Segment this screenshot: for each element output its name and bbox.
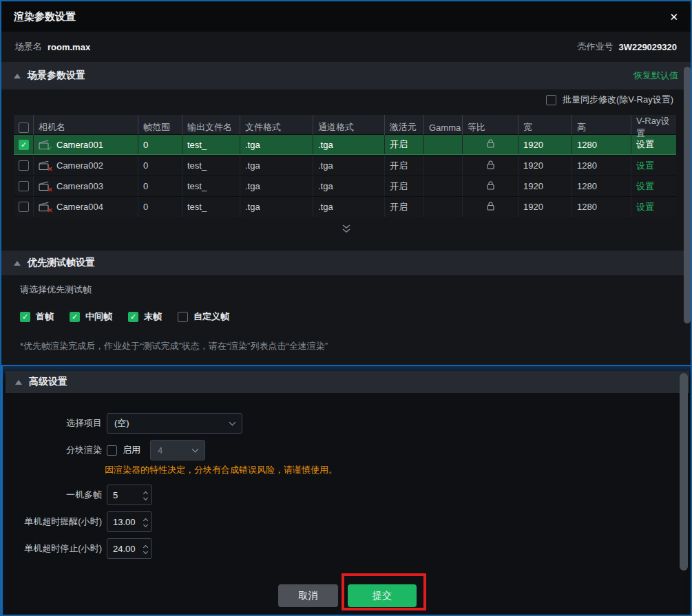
table-row-camera003[interactable]: Camera0030test_.tga.tga开启19201280设置 bbox=[14, 176, 676, 196]
timeout-stop-input[interactable]: 24.00 bbox=[107, 538, 152, 559]
row-checkbox[interactable] bbox=[19, 160, 29, 171]
row-checkbox[interactable] bbox=[19, 181, 29, 191]
option-first-frame: 首帧 bbox=[20, 310, 54, 323]
vray-settings-link[interactable]: 设置 bbox=[631, 156, 676, 176]
timeout-stop-label: 单机超时停止(小时) bbox=[3, 538, 102, 559]
last-frame-checkbox[interactable] bbox=[128, 312, 138, 322]
camera-icon bbox=[39, 181, 51, 191]
cell-frame-range: 0 bbox=[138, 156, 182, 176]
cell-active-element: 开启 bbox=[384, 156, 423, 176]
cell-width: 1920 bbox=[518, 156, 572, 176]
table-row-camera001[interactable]: Camera0010test_.tga.tga开启19201280设置 bbox=[14, 134, 676, 155]
camera-name: Camera002 bbox=[56, 160, 103, 171]
row-checkbox[interactable] bbox=[19, 140, 29, 150]
row-checkbox[interactable] bbox=[19, 202, 29, 212]
batch-sync-label: 批量同步修改(除V-Ray设置) bbox=[563, 94, 673, 106]
table-row-camera002[interactable]: Camera0020test_.tga.tga开启19201280设置 bbox=[14, 155, 676, 176]
stepper-down-icon[interactable] bbox=[143, 496, 147, 500]
cell-frame-range: 0 bbox=[138, 176, 182, 196]
first-frame-checkbox[interactable] bbox=[20, 312, 30, 322]
main-scrollbar-thumb[interactable] bbox=[684, 67, 691, 323]
cell-height: 1280 bbox=[572, 135, 631, 154]
option-custom-frame: 自定义帧 bbox=[178, 310, 229, 323]
cell-channel-format: .tga bbox=[313, 197, 384, 217]
scene-info-bar: 场景名 room.max 壳作业号 3W229029320 bbox=[1, 32, 691, 62]
cell-channel-format: .tga bbox=[313, 156, 384, 176]
option-last-frame: 末帧 bbox=[128, 310, 162, 323]
timeout-remind-input[interactable]: 13.00 bbox=[107, 511, 152, 532]
cell-file-format: .tga bbox=[240, 135, 313, 154]
collapse-triangle-icon bbox=[14, 74, 21, 78]
frames-per-machine-value: 5 bbox=[107, 490, 139, 500]
cell-output-name: test_ bbox=[182, 176, 240, 196]
cell-channel-format: .tga bbox=[313, 176, 384, 196]
test-frame-options: 首帧 中间帧 末帧 自定义帧 bbox=[20, 310, 229, 323]
cell-height: 1280 bbox=[572, 197, 631, 217]
vray-settings-link[interactable]: 设置 bbox=[631, 135, 676, 154]
project-select[interactable]: (空) bbox=[107, 413, 242, 434]
expand-more-button[interactable] bbox=[1, 223, 691, 237]
timeout-remind-value: 13.00 bbox=[107, 517, 139, 527]
section-header-test-frames[interactable]: 优先测试帧设置 bbox=[1, 251, 691, 275]
table-row-camera004[interactable]: Camera0040test_.tga.tga开启19201280设置 bbox=[14, 196, 676, 217]
camera-status-badge bbox=[48, 166, 53, 173]
cell-file-format: .tga bbox=[240, 156, 313, 176]
cell-frame-range: 0 bbox=[138, 197, 182, 217]
scene-name-value: room.max bbox=[48, 42, 90, 52]
custom-frame-checkbox[interactable] bbox=[178, 312, 188, 322]
dialog-button-row: 取消 提交 bbox=[3, 584, 692, 607]
frames-per-machine-label: 一机多帧 bbox=[3, 485, 102, 505]
cell-file-format: .tga bbox=[240, 197, 313, 217]
camera-status-badge bbox=[48, 145, 53, 152]
section-header-scene-params[interactable]: 场景参数设置 恢复默认值 bbox=[1, 62, 691, 89]
timeout-remind-label: 单机超时提醒(小时) bbox=[3, 511, 102, 532]
vray-settings-link[interactable]: 设置 bbox=[631, 197, 676, 217]
tile-render-warning: 因渲染器的特性决定，分块有合成错误风险，请谨慎使用。 bbox=[105, 464, 337, 476]
ratio-lock-icon[interactable] bbox=[487, 139, 494, 150]
advanced-panel-scrollbar-thumb[interactable] bbox=[680, 373, 688, 571]
ratio-lock-icon[interactable] bbox=[487, 202, 494, 213]
option-middle-frame: 中间帧 bbox=[70, 310, 112, 323]
camera-status-badge bbox=[48, 187, 53, 193]
middle-frame-checkbox[interactable] bbox=[70, 312, 80, 322]
cell-width: 1920 bbox=[518, 176, 572, 196]
close-icon[interactable]: ✕ bbox=[669, 12, 678, 22]
select-all-checkbox[interactable] bbox=[19, 123, 29, 133]
section-title-scene-params: 场景参数设置 bbox=[28, 70, 85, 82]
project-select-value: (空) bbox=[114, 417, 129, 429]
section-title-test-frames: 优先测试帧设置 bbox=[28, 257, 95, 269]
tile-count-value: 4 bbox=[158, 445, 162, 456]
restore-defaults-link[interactable]: 恢复默认值 bbox=[633, 70, 678, 82]
chevron-down-icon bbox=[192, 446, 199, 453]
section-header-advanced[interactable]: 高级设置 bbox=[6, 371, 689, 393]
cell-active-element: 开启 bbox=[384, 197, 423, 217]
dialog-title: 渲染参数设置 bbox=[14, 10, 76, 23]
submit-button[interactable]: 提交 bbox=[348, 584, 417, 607]
job-number-value: 3W229029320 bbox=[618, 42, 677, 52]
timeout-stop-value: 24.00 bbox=[107, 544, 139, 554]
cell-gamma bbox=[423, 176, 462, 196]
cell-width: 1920 bbox=[518, 197, 572, 217]
frames-per-machine-input[interactable]: 5 bbox=[107, 485, 152, 505]
tile-render-label: 分块渲染 bbox=[3, 440, 102, 460]
cell-file-format: .tga bbox=[240, 176, 313, 196]
cell-gamma bbox=[423, 197, 462, 217]
batch-sync-checkbox[interactable] bbox=[546, 95, 556, 105]
cell-gamma bbox=[423, 135, 462, 154]
cell-active-element: 开启 bbox=[384, 135, 423, 154]
stepper-down-icon[interactable] bbox=[143, 522, 147, 527]
tile-render-checkbox[interactable] bbox=[107, 445, 117, 456]
ratio-lock-icon[interactable] bbox=[487, 160, 494, 171]
camera-name: Camera003 bbox=[56, 181, 103, 191]
cancel-button[interactable]: 取消 bbox=[278, 584, 338, 607]
tile-count-select[interactable]: 4 bbox=[150, 440, 205, 460]
camera-icon bbox=[39, 202, 51, 212]
section-title-advanced: 高级设置 bbox=[29, 376, 67, 388]
vray-settings-link[interactable]: 设置 bbox=[631, 176, 676, 196]
ratio-lock-icon[interactable] bbox=[487, 181, 494, 192]
cell-height: 1280 bbox=[572, 176, 631, 196]
chevron-double-down-icon bbox=[341, 223, 352, 234]
camera-name: Camera001 bbox=[56, 140, 103, 150]
camera-icon bbox=[39, 160, 51, 171]
stepper-down-icon[interactable] bbox=[143, 549, 147, 554]
